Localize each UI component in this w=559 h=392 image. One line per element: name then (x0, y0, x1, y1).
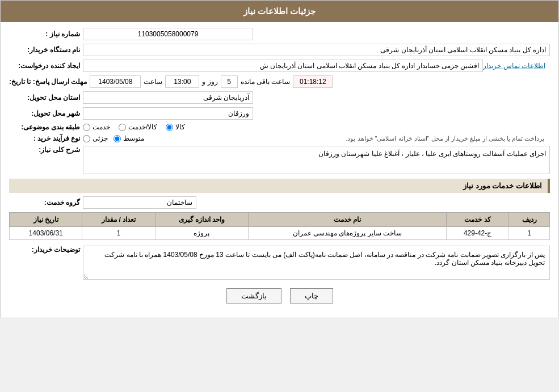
reply-time-label: ساعت (144, 78, 162, 86)
need-number-row: شماره نیاز : 1103005058000079 (9, 28, 550, 40)
need-desc-textarea[interactable] (83, 146, 550, 174)
col-name: نام خدمت (249, 213, 447, 227)
classification-radio-kala[interactable] (166, 124, 173, 131)
process-jozvi-label: جزئی (93, 134, 108, 142)
reply-date-value: 1403/05/08 (90, 75, 141, 88)
services-section-title: اطلاعات خدمات مورد نیاز (9, 179, 550, 193)
col-row: ردیف (509, 213, 550, 227)
classification-kala-khidmat-label: کالا/خدمت (128, 123, 157, 131)
buyer-org-label: نام دستگاه خریدار: (9, 46, 83, 54)
delivery-city-label: شهر محل تحویل: (9, 109, 83, 117)
classification-radio-kala-khidmat[interactable] (119, 124, 126, 131)
print-button[interactable]: چاپ (290, 288, 333, 304)
delivery-province-value: آذربایجان شرقی (83, 91, 253, 104)
process-row: نوع فرآیند خرید : جزئی متوسط پرداخت تمام… (9, 134, 550, 142)
buyer-desc-label: توضیحات خریدار: (9, 246, 83, 254)
col-code: کد خدمت (446, 213, 509, 227)
classification-row: طبقه بندی موضوعی: خدمت کالا/خدمت کالا (9, 123, 550, 131)
table-header-row: ردیف کد خدمت نام خدمت واحد اندازه گیری ت… (10, 213, 550, 227)
classification-option-khidmat: خدمت (83, 123, 110, 131)
reply-days-value: 5 (221, 75, 238, 88)
need-desc-row: شرح کلی نیاز: (9, 146, 550, 174)
classification-options: خدمت کالا/خدمت کالا (83, 123, 185, 131)
classification-radio-khidmat[interactable] (83, 124, 90, 131)
delivery-city-row: شهر محل تحویل: ورزقان (9, 107, 550, 120)
page-wrapper: جزئیات اطلاعات نیاز شماره نیاز : 1103005… (0, 0, 559, 318)
buyer-org-value: اداره کل بنیاد مسکن انقلاب اسلامی استان … (83, 44, 550, 56)
classification-option-kala: کالا (166, 123, 185, 131)
cell-row-1: 1 (509, 227, 550, 240)
cell-qty-1: 1 (82, 227, 155, 240)
classification-khidmat-label: خدمت (93, 123, 110, 131)
process-option-motvaset: متوسط (114, 134, 144, 142)
cell-code-1: ج-42-429 (446, 227, 509, 240)
reply-remaining-value: 01:18:12 (293, 75, 333, 88)
process-radios: جزئی متوسط (83, 134, 314, 142)
process-radio-motvaset[interactable] (114, 135, 121, 142)
buyer-org-row: نام دستگاه خریدار: اداره کل بنیاد مسکن ا… (9, 44, 550, 56)
buttons-row: بازگشت چاپ (9, 288, 550, 304)
reply-deadline-row: مهلت ارسال پاسخ: تا تاریخ: 1403/05/08 سا… (9, 75, 550, 88)
creator-row: ایجاد کننده درخواست: افشین جزمی حسابدار … (9, 60, 550, 72)
process-label: نوع فرآیند خرید : (9, 134, 83, 142)
page-title: جزئیات اطلاعات نیاز (243, 6, 316, 16)
service-group-label: گروه خدمت: (9, 199, 83, 206)
creator-label: ایجاد کننده درخواست: (9, 62, 83, 70)
buyer-desc-textarea[interactable] (83, 246, 550, 280)
buyer-desc-row: توضیحات خریدار: (9, 246, 550, 280)
page-header: جزئیات اطلاعات نیاز (1, 1, 558, 22)
back-button[interactable]: بازگشت (226, 288, 281, 304)
cell-unit-1: پروژه (155, 227, 248, 240)
table-row: 1 ج-42-429 ساخت سایر پروژه‌های مهندسی عم… (10, 227, 550, 240)
delivery-province-row: استان محل تحویل: آذربایجان شرقی (9, 91, 550, 104)
classification-label: طبقه بندی موضوعی: (9, 123, 83, 131)
process-radio-jozvi[interactable] (83, 135, 90, 142)
delivery-city-value: ورزقان (83, 107, 253, 120)
delivery-province-label: استان محل تحویل: (9, 94, 83, 102)
content-area: شماره نیاز : 1103005058000079 نام دستگاه… (1, 22, 558, 318)
need-number-value: 1103005058000079 (83, 28, 253, 40)
process-option-jozvi: جزئی (83, 134, 108, 142)
service-group-row: گروه خدمت: ساختمان (9, 196, 550, 209)
reply-time-value: 13:00 (165, 75, 199, 88)
cell-date-1: 1403/06/31 (10, 227, 82, 240)
creator-value: افشین جزمی حسابدار اداره کل بنیاد مسکن ا… (83, 60, 483, 72)
col-qty: تعداد / مقدار (82, 213, 155, 227)
col-unit: واحد اندازه گیری (155, 213, 248, 227)
cell-name-1: ساخت سایر پروژه‌های مهندسی عمران (249, 227, 447, 240)
reply-deadline-fields: 1403/05/08 ساعت 13:00 روز و 5 ساعت باقی … (90, 75, 550, 88)
services-table: ردیف کد خدمت نام خدمت واحد اندازه گیری ت… (9, 212, 550, 240)
col-date: تاریخ نیاز (10, 213, 82, 227)
need-number-label: شماره نیاز : (9, 30, 83, 38)
reply-days-label: روز و (202, 78, 217, 86)
service-group-value: ساختمان (83, 196, 196, 209)
classification-kala-label: کالا (175, 123, 185, 131)
classification-option-kala-khidmat: کالا/خدمت (119, 123, 157, 131)
need-desc-label: شرح کلی نیاز: (9, 146, 83, 154)
process-desc: پرداخت تمام یا بخشی از مبلغ خریدار از مح… (314, 135, 545, 142)
process-motvaset-label: متوسط (123, 134, 144, 142)
reply-remaining-label: ساعت باقی مانده (241, 78, 291, 86)
reply-deadline-label: مهلت ارسال پاسخ: تا تاریخ: (9, 78, 90, 86)
contact-link[interactable]: اطلاعات تماس خریدار (483, 62, 545, 70)
